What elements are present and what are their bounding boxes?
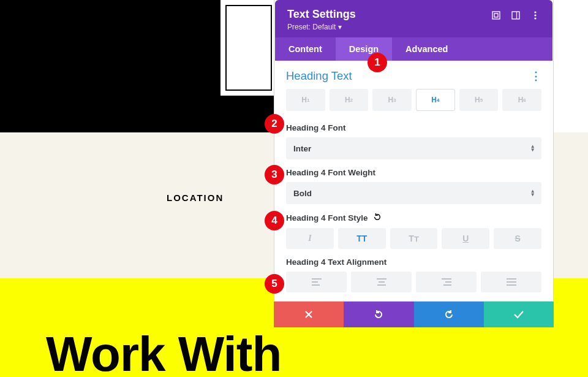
cancel-button[interactable] <box>274 302 344 327</box>
heading-h1[interactable]: H1 <box>286 89 325 111</box>
style-underline[interactable]: U <box>442 228 489 249</box>
callout-2: 2 <box>265 114 284 134</box>
section-heading-text[interactable]: Heading Text <box>286 69 352 83</box>
redo-button[interactable] <box>414 302 484 327</box>
settings-panel: Text Settings Preset: Default ▾ Content … <box>274 0 554 327</box>
svg-point-6 <box>534 17 536 19</box>
align-left[interactable] <box>286 272 347 292</box>
font-value: Inter <box>293 144 311 153</box>
reset-style-icon[interactable] <box>373 213 382 223</box>
svg-point-4 <box>534 11 536 13</box>
tab-content[interactable]: Content <box>275 37 336 61</box>
heading-level-row: H1 H2 H3 H4 H5 H6 <box>275 89 552 117</box>
label-font: Heading 4 Font <box>286 123 541 132</box>
tab-advanced[interactable]: Advanced <box>392 37 461 61</box>
heading-h4[interactable]: H4 <box>416 89 455 111</box>
font-select[interactable]: Inter ▲▼ <box>286 137 541 159</box>
headline-text: Work With <box>46 326 281 377</box>
select-stepper-icon: ▲▼ <box>531 189 534 197</box>
select-stepper-icon: ▲▼ <box>531 145 534 152</box>
preset-selector[interactable]: Preset: Default ▾ <box>287 23 356 31</box>
weight-value: Bold <box>293 189 312 198</box>
svg-rect-2 <box>512 12 519 19</box>
heading-h5[interactable]: H5 <box>459 89 499 111</box>
callout-5: 5 <box>265 274 284 294</box>
label-style: Heading 4 Font Style <box>286 213 368 223</box>
panel-body: Heading Text ⋮ H1 H2 H3 H4 H5 H6 Heading… <box>275 61 552 301</box>
panel-title: Text Settings <box>287 8 356 21</box>
panel-footer <box>274 302 554 327</box>
label-align: Heading 4 Text Alignment <box>286 257 541 267</box>
callout-1: 1 <box>368 53 387 72</box>
style-uppercase[interactable]: TT <box>338 228 386 249</box>
style-italic[interactable]: I <box>286 228 334 249</box>
weight-select[interactable]: Bold ▲▼ <box>286 182 541 204</box>
heading-h2[interactable]: H2 <box>330 89 369 111</box>
location-label: LOCATION <box>167 192 224 203</box>
callout-3: 3 <box>265 165 284 185</box>
align-justify[interactable] <box>481 272 541 292</box>
style-strike[interactable]: S <box>494 228 541 249</box>
preview-icon[interactable] <box>511 10 521 20</box>
undo-button[interactable] <box>344 302 413 327</box>
kebab-menu-icon[interactable] <box>530 10 540 20</box>
callout-4: 4 <box>265 211 284 230</box>
label-weight: Heading 4 Font Weight <box>286 168 541 177</box>
expand-icon[interactable] <box>491 10 501 20</box>
tab-bar: Content Design Advanced <box>275 37 552 61</box>
align-center[interactable] <box>351 272 412 292</box>
align-right[interactable] <box>416 272 477 292</box>
heading-h3[interactable]: H3 <box>372 89 412 111</box>
svg-rect-1 <box>494 13 498 17</box>
svg-point-5 <box>534 14 536 16</box>
panel-header: Text Settings Preset: Default ▾ <box>275 0 552 37</box>
image-thumb <box>221 0 277 96</box>
style-smallcaps[interactable]: Tᴛ <box>390 228 438 249</box>
section-menu-icon[interactable]: ⋮ <box>530 70 541 82</box>
heading-h6[interactable]: H6 <box>502 89 541 111</box>
svg-rect-0 <box>492 12 500 19</box>
save-button[interactable] <box>484 302 554 327</box>
